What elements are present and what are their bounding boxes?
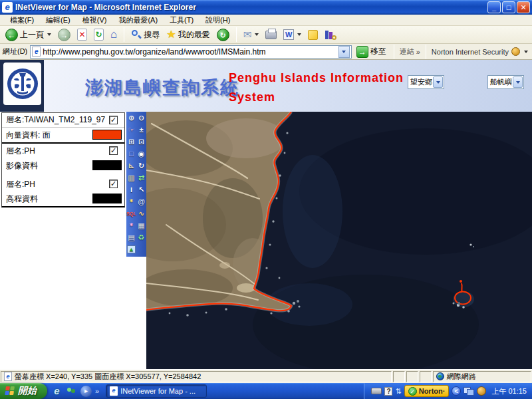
site-title-en: Penghu Islands Information System: [229, 68, 404, 107]
menu-favorites[interactable]: 我的最愛(A): [112, 15, 164, 25]
layer-color-swatch[interactable]: [92, 194, 122, 203]
keyboard-tray-icon[interactable]: [371, 388, 382, 394]
zoom-center-icon[interactable]: ◉: [137, 149, 146, 159]
word-dropdown-icon[interactable]: [297, 33, 301, 36]
task-ie-icon: e: [110, 386, 118, 396]
layers-panel: 層名:TAIWAN_TM2_119_97 ✓ 向量資料: 面 層名:PH ✓: [0, 112, 126, 369]
quicklaunch-chevron-icon[interactable]: »: [95, 387, 99, 395]
address-dropdown-button[interactable]: [338, 46, 350, 58]
updown-arrows-tray-icon[interactable]: ⇅: [395, 387, 401, 396]
refresh-button[interactable]: ↻: [91, 28, 106, 41]
zoom-previous-icon[interactable]: ↻: [137, 161, 146, 171]
zoom-window-icon[interactable]: ⊡: [137, 137, 146, 147]
print-map-icon[interactable]: ▤: [127, 233, 136, 243]
ie-quicklaunch-icon[interactable]: e: [51, 386, 63, 397]
identify-icon[interactable]: i: [127, 185, 136, 195]
edit-with-word-button[interactable]: W: [281, 29, 304, 41]
pan-arrows-icon[interactable]: ⊞: [127, 137, 136, 147]
layer-checkbox[interactable]: ✓: [109, 146, 118, 155]
zoom-out-icon[interactable]: ⊖: [137, 113, 146, 123]
help-tray-icon[interactable]: ?: [384, 387, 392, 396]
menu-tools[interactable]: 工具(T): [164, 15, 200, 25]
home-icon: ⌂: [110, 29, 117, 41]
island-select-arrow-icon[interactable]: [513, 76, 523, 88]
layer-name-label: 層名:PH: [6, 146, 35, 157]
stop-button[interactable]: ✕: [74, 28, 90, 41]
status-bar: e 螢幕座標 X=240, Y=335 圖面座標 X=305577, Y=258…: [0, 369, 532, 383]
mail-dropdown-icon[interactable]: [255, 33, 259, 36]
history-button[interactable]: ↻: [214, 28, 232, 42]
links-chevron-icon: »: [416, 48, 420, 56]
hyperlink-wand-icon[interactable]: ＊: [127, 197, 136, 207]
logo-block: [0, 60, 44, 112]
layer-color-swatch[interactable]: [92, 160, 122, 170]
scale-bar-icon[interactable]: ▥: [127, 173, 136, 183]
home-button[interactable]: ⌂: [108, 28, 120, 41]
sql-query-icon[interactable]: SQL: [127, 209, 136, 219]
windows-flag-icon: [5, 386, 16, 396]
forward-button[interactable]: →: [55, 28, 73, 42]
map-viewport[interactable]: [146, 112, 532, 369]
messenger-quicklaunch-icon[interactable]: [66, 386, 77, 397]
buffer-wand-icon[interactable]: ＊: [127, 221, 136, 231]
close-button[interactable]: ✕: [517, 1, 530, 13]
word-icon: W: [283, 29, 294, 40]
start-button[interactable]: 開始: [0, 383, 47, 399]
transparency-icon[interactable]: ▦: [137, 221, 146, 231]
norton-toolbar-button[interactable]: Norton Internet Security: [432, 47, 529, 56]
print-button[interactable]: [263, 30, 279, 40]
internet-zone-label: 網際網路: [447, 372, 476, 382]
layer-data-label: 高程資料: [6, 194, 38, 205]
mediaplayer-quicklaunch-icon[interactable]: ▸: [80, 386, 92, 397]
taskbar-task-button[interactable]: e INetViewer for Map - ...: [106, 384, 207, 398]
norton-tray-badge[interactable]: ✓ Norton·: [404, 385, 450, 397]
norton-dropdown-icon[interactable]: [524, 51, 528, 53]
zoom-full-extent-icon[interactable]: ±: [137, 125, 146, 135]
globe-tray-icon[interactable]: [477, 386, 486, 396]
links-button[interactable]: 連結 »: [400, 47, 420, 57]
measure-icon[interactable]: ⊾: [127, 161, 136, 171]
system-tray: ? ⇅ ✓ Norton· < 上午 01:15: [364, 383, 532, 399]
layer-checkbox[interactable]: ✓: [109, 180, 118, 188]
township-select[interactable]: 望安鄉: [408, 75, 444, 89]
menu-edit[interactable]: 編輯(E): [40, 15, 76, 25]
menu-file[interactable]: 檔案(F): [4, 15, 40, 25]
layer-color-swatch[interactable]: [92, 130, 122, 140]
discuss-button[interactable]: [305, 29, 321, 41]
ie-logo-icon: e: [2, 2, 13, 13]
back-dropdown-icon[interactable]: [47, 33, 51, 36]
zoom-in-icon[interactable]: ⊕: [127, 113, 136, 123]
window-titlebar: e INetViewer for Map - Microsoft Interne…: [0, 0, 532, 15]
mail-icon: ✉: [243, 29, 252, 41]
layer-data-row: 高程資料: [2, 192, 124, 206]
research-button[interactable]: [322, 29, 339, 41]
minimize-button[interactable]: _: [487, 1, 501, 13]
mailto-icon[interactable]: @: [137, 197, 146, 207]
refresh-map-icon[interactable]: ⇄: [137, 173, 146, 183]
township-select-arrow-icon[interactable]: [433, 76, 443, 88]
select-line-icon[interactable]: ∿: [137, 209, 146, 219]
address-input[interactable]: [43, 47, 336, 57]
norton-badge-label: Norton·: [419, 387, 446, 395]
favorites-button[interactable]: ★ 我的最愛: [164, 28, 212, 41]
go-button[interactable]: → 移至: [354, 46, 388, 58]
pan-icon[interactable]: ☞: [127, 125, 136, 135]
tray-chevron-icon[interactable]: <: [452, 386, 461, 396]
menu-help[interactable]: 說明(H): [200, 15, 236, 25]
layer-data-row: 影像資料: [2, 158, 124, 173]
mail-button[interactable]: ✉: [241, 28, 262, 41]
export-map-icon[interactable]: ♻: [137, 233, 146, 243]
status-empty-pane: [406, 371, 418, 382]
image-layer-icon[interactable]: ▲: [127, 245, 136, 253]
back-button[interactable]: ← 上一頁: [3, 28, 54, 42]
zoom-box-icon[interactable]: □: [127, 149, 136, 159]
layer-checkbox[interactable]: ✓: [109, 116, 118, 124]
network-tray-icon[interactable]: [464, 387, 474, 396]
search-label: 搜尋: [144, 29, 160, 41]
search-button[interactable]: 搜尋: [128, 29, 162, 41]
maximize-button[interactable]: □: [502, 1, 515, 13]
menu-view[interactable]: 檢視(V): [76, 15, 113, 25]
site-header: 澎湖島嶼查詢系統 Penghu Islands Information Syst…: [0, 60, 532, 112]
island-select[interactable]: 船帆嶼: [487, 75, 524, 89]
select-pointer-icon[interactable]: ↖: [137, 185, 146, 195]
